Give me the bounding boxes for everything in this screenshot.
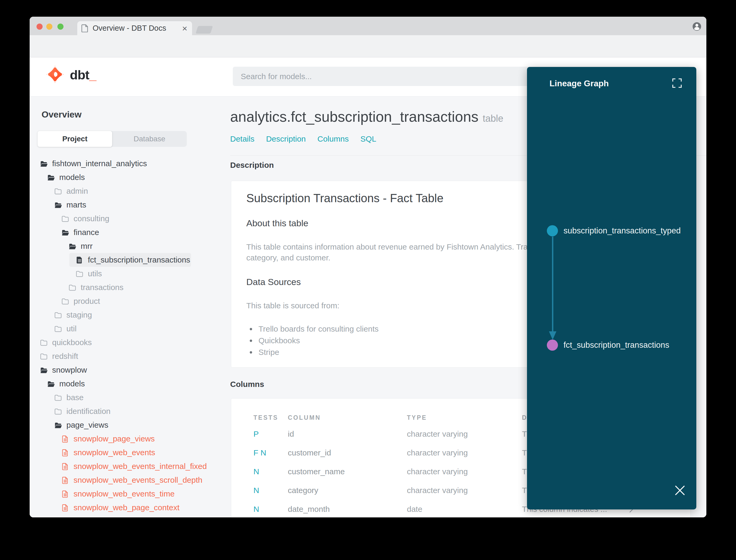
view-switcher: Project Database [38,131,187,147]
column-header-tests: TESTS [254,414,288,421]
avatar[interactable] [691,21,702,32]
tree-item-base[interactable]: base [30,391,224,404]
sidebar-heading: Overview [42,109,82,120]
lineage-node-subscription_transactions_typed[interactable]: subscription_transactions_typed [547,225,681,236]
folder-open-icon [40,160,48,168]
dbt-logo-icon[interactable] [46,65,64,83]
tree-item-label: identification [66,407,111,416]
about-text-line: This table contains information about re… [246,241,536,252]
dbt-logo-text[interactable]: dbt_ [70,66,96,83]
tree-item-label: snowplow_web_events [74,448,155,457]
tree-item-snowplow_page_views[interactable]: snowplow_page_views [30,432,224,446]
file-tree: fishtown_internal_analyticsmodelsadminma… [30,157,224,514]
tree-item-label: marts [66,200,86,209]
lineage-node-fct_subscription_transactions[interactable]: fct_subscription_transactions [547,340,669,351]
folder-open-icon [61,228,69,237]
tree-item-page_views[interactable]: page_views [30,418,224,432]
source-item: Trello boards for consulting clients [250,323,378,335]
type-cell: character varying [407,486,522,495]
tree-item-snowplow[interactable]: snowplow [30,363,224,377]
sources-intro: This table is sourced from: [246,300,340,311]
expand-icon[interactable] [672,78,682,88]
tab-details[interactable]: Details [230,134,255,143]
folder-open-icon [54,201,62,209]
tree-item-finance[interactable]: finance [30,225,224,239]
close-window-button[interactable] [37,24,43,30]
tree-item-marts[interactable]: marts [30,198,224,212]
file-icon [61,435,69,443]
tree-item-models[interactable]: models [30,170,224,184]
tree-item-snowplow_web_events_internal_fixed[interactable]: snowplow_web_events_internal_fixed [30,459,224,473]
tests-cell: N [254,505,288,514]
tab-description[interactable]: Description [266,134,306,143]
folder-open-icon [68,242,76,250]
doc-title: Subscription Transactions - Fact Table [246,192,443,205]
tab-database[interactable]: Database [112,131,187,147]
column-cell: id [288,430,407,439]
tree-item-product[interactable]: product [30,294,224,308]
type-cell: date [407,505,522,514]
browser-toolbar: localhost:8080/index.html#!/model/model.… [30,35,706,57]
tree-item-label: models [59,379,85,388]
tree-item-quickbooks[interactable]: quickbooks [30,336,224,349]
tree-item-redshift[interactable]: redshift [30,349,224,363]
tab-title: Overview - DBT Docs [93,24,166,33]
tree-item-consulting[interactable]: consulting [30,212,224,225]
tree-item-util[interactable]: util [30,322,224,336]
tab-sql[interactable]: SQL [360,134,376,143]
tree-item-mrr[interactable]: mrr [30,239,224,253]
tree-item-models[interactable]: models [30,377,224,391]
browser-tab[interactable]: Overview - DBT Docs × [77,21,192,35]
type-cell: character varying [407,430,522,439]
page-title: analytics.fct_subscription_transactionst… [230,108,503,125]
tree-item-label: base [66,393,84,402]
tree-item-label: page_views [66,421,108,430]
tree-item-label: staging [66,310,92,319]
source-item: Quickbooks [250,335,378,346]
tests-cell: F N [254,448,288,457]
new-tab-button[interactable] [196,26,213,34]
folder-icon [75,270,84,278]
folder-icon [54,325,62,333]
tree-item-snowplow_web_events_time[interactable]: snowplow_web_events_time [30,487,224,501]
tree-item-label: snowplow_web_events_internal_fixed [74,462,207,471]
tests-cell: P [254,430,288,439]
tree-item-transactions[interactable]: transactions [30,281,224,294]
materialization-badge: table [483,113,503,124]
tree-item-label: mrr [81,242,93,251]
tree-item-admin[interactable]: admin [30,184,224,198]
folder-icon [54,311,62,319]
tree-item-snowplow_web_events[interactable]: snowplow_web_events [30,446,224,459]
tab-project[interactable]: Project [38,131,112,147]
node-label: subscription_transactions_typed [563,226,681,236]
minimize-window-button[interactable] [46,24,52,30]
tree-item-label: snowplow_web_events_time [74,489,175,498]
file-icon [61,476,69,484]
tab-columns[interactable]: Columns [318,134,349,143]
node-dot-icon [547,225,558,236]
tree-item-utils[interactable]: utils [30,267,224,281]
zoom-window-button[interactable] [57,24,64,30]
tree-item-snowplow_web_page_context[interactable]: snowplow_web_page_context [30,501,224,514]
tree-item-label: redshift [52,352,78,361]
tree-item-identification[interactable]: identification [30,404,224,418]
tree-item-label: quickbooks [52,338,92,347]
close-icon[interactable] [674,485,686,496]
browser-window: Overview - DBT Docs × localhost:8080/ind… [30,17,706,517]
tree-item-staging[interactable]: staging [30,308,224,322]
description-text: T [522,448,527,457]
tree-item-label: transactions [81,283,124,292]
sources-list: Trello boards for consulting clientsQuic… [250,323,378,358]
lineage-graph-title: Lineage Graph [549,79,609,88]
tree-item-label: snowplow_web_events_scroll_depth [74,476,202,485]
tree-item-fct_subscription_transactions[interactable]: fct_subscription_transactions [30,253,224,267]
file-icon [75,256,84,264]
sidebar: Overview Project Database fishtown_inter… [30,97,224,517]
description-section-heading: Description [230,161,274,170]
tree-item-snowplow_web_events_scroll_depth[interactable]: snowplow_web_events_scroll_depth [30,473,224,487]
file-icon [61,490,69,498]
tree-item-label: snowplow [52,365,87,374]
tab-close-icon[interactable]: × [182,24,187,33]
node-label: fct_subscription_transactions [563,340,669,350]
tree-item-fishtown_internal_analytics[interactable]: fishtown_internal_analytics [30,157,224,170]
